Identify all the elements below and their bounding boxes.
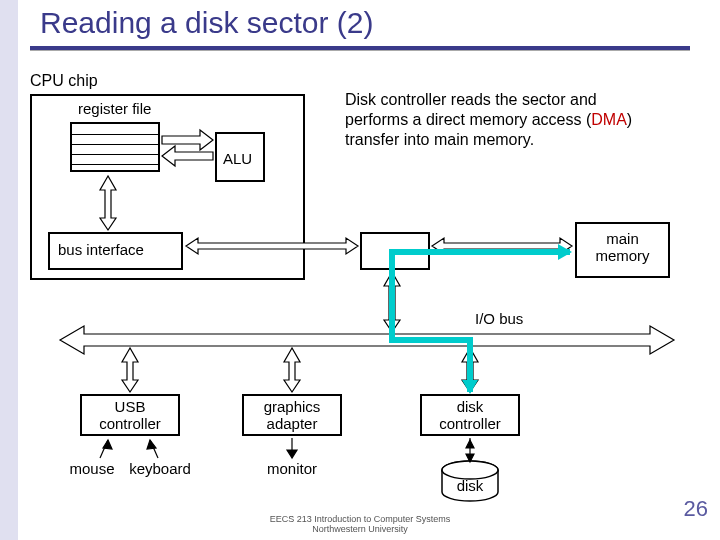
bus-interface-label: bus interface (58, 241, 144, 258)
graphics-adapter-label: graphics adapter (242, 398, 342, 432)
svg-marker-12 (462, 380, 478, 394)
usb-controller-label: USB controller (80, 398, 180, 432)
mouse-label: mouse (62, 460, 122, 477)
register-file-box (70, 122, 160, 172)
main-memory-label: main memory (575, 230, 670, 264)
desc-line3: ) (627, 111, 632, 128)
slide-title: Reading a disk sector (2) (40, 6, 374, 40)
title-underline (30, 46, 690, 51)
slide-footer: EECS 213 Introduction to Computer System… (0, 514, 720, 534)
desc-line1: Disk controller reads the sector and (345, 91, 597, 108)
alu-label: ALU (223, 150, 252, 167)
svg-marker-10 (466, 454, 474, 462)
dma-description: Disk controller reads the sector and per… (345, 90, 685, 150)
keyboard-label: keyboard (120, 460, 200, 477)
disk-controller-label: disk controller (420, 398, 520, 432)
cpu-chip-label: CPU chip (30, 72, 98, 90)
svg-line-4 (150, 440, 158, 458)
register-file-label: register file (78, 100, 151, 117)
desc-line2: performs a direct memory access ( (345, 111, 591, 128)
svg-marker-3 (103, 440, 112, 449)
svg-marker-5 (147, 440, 156, 449)
slide-number: 26 (684, 496, 708, 522)
svg-marker-9 (466, 440, 474, 448)
accent-bar (0, 0, 18, 540)
bridge-box (360, 232, 430, 270)
monitor-label: monitor (252, 460, 332, 477)
svg-marker-7 (287, 450, 297, 458)
desc-dma: DMA (591, 111, 627, 128)
io-bus-label: I/O bus (475, 310, 523, 327)
svg-marker-11 (558, 244, 572, 260)
svg-line-2 (100, 440, 108, 458)
desc-line4: transfer into main memory. (345, 131, 534, 148)
footer-line2: Northwestern University (312, 524, 408, 534)
disk-label: disk (448, 477, 492, 494)
footer-line1: EECS 213 Introduction to Computer System… (270, 514, 451, 524)
